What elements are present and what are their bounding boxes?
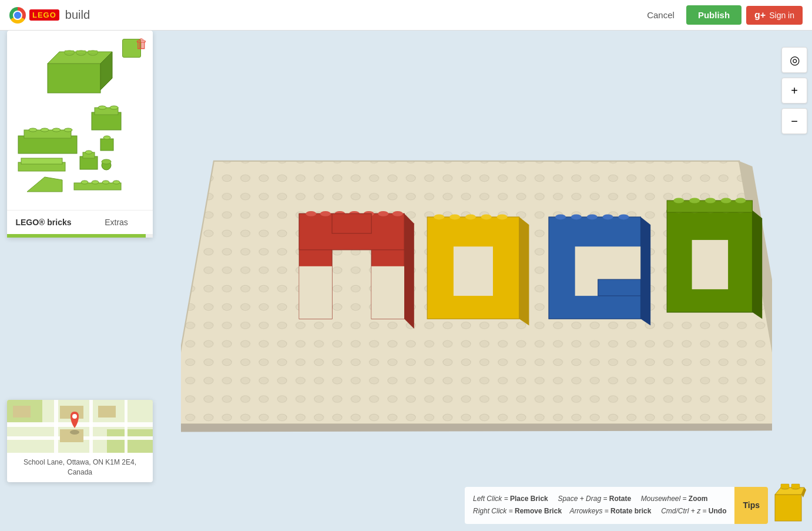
tab-extras[interactable]: Extras bbox=[80, 211, 153, 234]
svg-rect-19 bbox=[100, 139, 113, 151]
svg-point-73 bbox=[481, 214, 492, 219]
svg-point-59 bbox=[306, 211, 316, 216]
svg-point-13 bbox=[52, 128, 61, 132]
brick-3d-svg bbox=[45, 46, 115, 96]
svg-rect-22 bbox=[21, 158, 62, 164]
cancel-button[interactable]: Cancel bbox=[640, 6, 682, 24]
tips-button[interactable]: Tips bbox=[734, 487, 768, 524]
map-svg bbox=[7, 400, 153, 453]
svg-point-95 bbox=[705, 198, 716, 203]
svg-rect-41 bbox=[125, 400, 127, 453]
svg-point-18 bbox=[110, 106, 118, 109]
tip-key-5: Mousewheel = bbox=[641, 495, 689, 503]
zoom-out-button[interactable]: − bbox=[781, 108, 807, 134]
svg-rect-26 bbox=[74, 183, 121, 190]
bricks-collection bbox=[11, 96, 149, 205]
tip-val-5: Zoom bbox=[689, 495, 708, 503]
publish-button[interactable]: Publish bbox=[686, 5, 741, 25]
logo-area: LEGO build bbox=[9, 7, 90, 24]
svg-rect-86 bbox=[692, 240, 728, 289]
svg-point-94 bbox=[689, 198, 700, 203]
svg-rect-36 bbox=[107, 429, 153, 453]
app-title: build bbox=[65, 8, 90, 22]
svg-point-46 bbox=[70, 430, 79, 435]
svg-rect-105 bbox=[791, 484, 800, 489]
map-location-label: School Lane, Ottawa, ON K1M 2E4, Canada bbox=[7, 453, 153, 482]
svg-point-30 bbox=[113, 181, 120, 184]
tips-content: Left Click = Place Brick Space + Drag = … bbox=[465, 487, 734, 524]
svg-point-70 bbox=[434, 214, 444, 219]
svg-point-97 bbox=[735, 198, 746, 203]
tip-val-6: Undo bbox=[709, 507, 727, 515]
tip-key-4: Arrowkeys = bbox=[569, 507, 610, 515]
tip-key-3: Space + Drag = bbox=[558, 495, 609, 503]
main-brick-preview bbox=[45, 46, 115, 96]
map-image bbox=[7, 400, 153, 453]
svg-point-11 bbox=[29, 128, 37, 132]
svg-rect-42 bbox=[13, 406, 31, 418]
svg-rect-104 bbox=[781, 484, 789, 489]
svg-rect-6 bbox=[65, 51, 74, 54]
svg-point-82 bbox=[603, 214, 613, 219]
svg-rect-69 bbox=[454, 246, 493, 296]
svg-marker-84 bbox=[640, 217, 650, 325]
svg-point-64 bbox=[378, 211, 388, 216]
svg-rect-40 bbox=[89, 400, 93, 453]
svg-marker-67 bbox=[404, 213, 414, 329]
svg-point-24 bbox=[102, 159, 111, 164]
svg-rect-78 bbox=[598, 279, 641, 296]
svg-marker-100 bbox=[775, 487, 804, 495]
svg-marker-75 bbox=[519, 217, 529, 325]
zoom-in-button[interactable]: + bbox=[781, 78, 807, 103]
signin-label: Sign in bbox=[769, 11, 794, 20]
map-area: School Lane, Ottawa, ON K1M 2E4, Canada bbox=[7, 400, 153, 482]
recenter-button[interactable]: ◎ bbox=[781, 47, 807, 73]
svg-point-33 bbox=[85, 151, 92, 154]
google-plus-icon: g+ bbox=[754, 10, 766, 21]
svg-point-14 bbox=[64, 128, 72, 132]
progress-bar-fill bbox=[7, 234, 146, 238]
tabs-row: LEGO® bricks Extras bbox=[7, 210, 153, 234]
tip-val-1: Place Brick bbox=[510, 495, 548, 503]
svg-point-83 bbox=[618, 214, 629, 219]
svg-rect-66 bbox=[332, 213, 371, 233]
tip-val-4: Rotate brick bbox=[610, 507, 651, 515]
svg-point-17 bbox=[98, 106, 106, 109]
header: LEGO build Cancel Publish g+ Sign in bbox=[0, 0, 812, 31]
delete-button[interactable]: 🗑 bbox=[135, 36, 148, 52]
svg-point-93 bbox=[673, 198, 684, 203]
chrome-icon bbox=[9, 7, 26, 24]
svg-marker-53 bbox=[181, 424, 772, 432]
tab-lego-bricks[interactable]: LEGO® bricks bbox=[7, 211, 80, 234]
baseplate-svg bbox=[181, 66, 772, 519]
tip-key-2: Right Click = bbox=[473, 507, 515, 515]
svg-rect-57 bbox=[371, 266, 404, 319]
canvas-area[interactable] bbox=[157, 31, 772, 531]
svg-point-65 bbox=[392, 211, 403, 216]
corner-brick-svg bbox=[772, 483, 807, 524]
left-panel: 🗑 bbox=[7, 31, 153, 238]
svg-rect-55 bbox=[299, 266, 332, 319]
svg-point-27 bbox=[81, 181, 88, 184]
svg-point-20 bbox=[103, 136, 110, 139]
svg-rect-39 bbox=[54, 400, 58, 453]
svg-point-71 bbox=[449, 214, 460, 219]
tips-row-2: Right Click = Remove Brick Arrowkeys = R… bbox=[473, 505, 726, 518]
svg-marker-98 bbox=[752, 211, 762, 319]
svg-point-79 bbox=[555, 214, 566, 219]
google-signin-button[interactable]: g+ Sign in bbox=[746, 6, 803, 25]
tip-key-1: Left Click = bbox=[473, 495, 510, 503]
svg-marker-25 bbox=[27, 177, 62, 192]
svg-rect-7 bbox=[76, 51, 86, 54]
svg-point-74 bbox=[497, 214, 508, 219]
mini-bricks-svg bbox=[15, 101, 145, 201]
brick-preview-area: 🗑 bbox=[7, 31, 153, 210]
svg-rect-99 bbox=[775, 495, 801, 521]
svg-point-12 bbox=[41, 128, 49, 132]
lego-badge: LEGO bbox=[29, 9, 59, 21]
svg-rect-8 bbox=[88, 51, 98, 54]
tip-val-2: Remove Brick bbox=[515, 507, 562, 515]
bottom-right-brick bbox=[772, 483, 807, 524]
tip-key-6: Cmd/Ctrl + z = bbox=[661, 507, 709, 515]
svg-point-96 bbox=[721, 198, 732, 203]
